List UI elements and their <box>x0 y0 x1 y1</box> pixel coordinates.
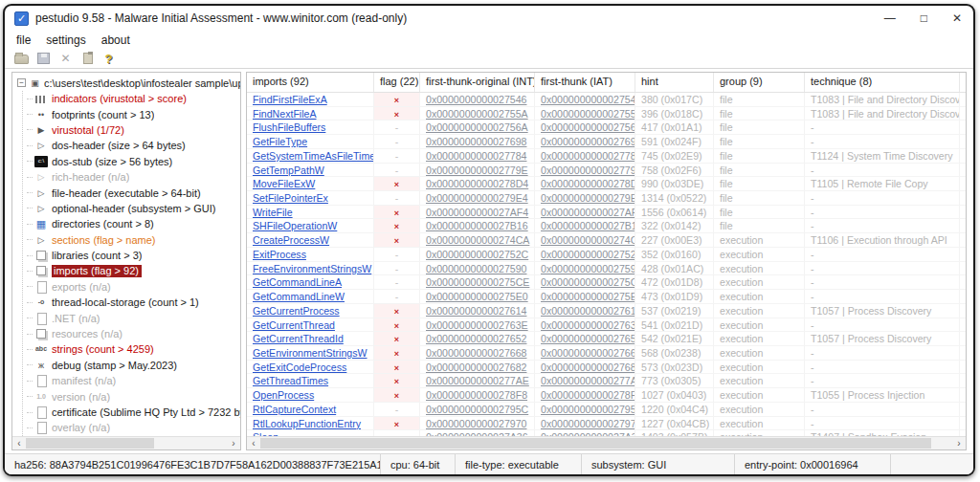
tree-item-certificate[interactable]: certificate (Sublime HQ Pty Ltd > 7232 b… <box>25 405 240 420</box>
first-thunk-cell-link[interactable]: 0x00000000000275CE <box>541 276 635 288</box>
column-header-technique-8[interactable]: technique (8) <box>805 73 960 92</box>
menu-file[interactable]: file <box>16 33 31 47</box>
import-name-link[interactable]: FlushFileBuffers <box>253 121 325 133</box>
import-name-link[interactable]: GetThreadTimes <box>253 375 328 386</box>
first-thunk-cell-link[interactable]: 0x0000000000027614 <box>541 305 635 317</box>
first-thunk-original-cell-link[interactable]: 0x0000000000027698 <box>426 136 526 147</box>
table-row[interactable]: GetCommandLineA-0x00000000000275CE0x0000… <box>247 275 966 290</box>
first-thunk-cell-link[interactable]: 0x0000000000027784 <box>541 150 635 162</box>
import-name-link[interactable]: GetFileType <box>253 136 307 147</box>
import-name-link[interactable]: ExitProcess <box>253 249 306 260</box>
first-thunk-cell-link[interactable]: 0x0000000000027652 <box>541 333 635 344</box>
table-row[interactable]: RtlCaptureContext-0x000000000002795C0x00… <box>247 403 966 417</box>
tree-item-libraries[interactable]: libraries (count > 3) <box>25 248 240 263</box>
import-name-link[interactable]: RtlLookupFunctionEntry <box>253 418 361 429</box>
column-header-group-9[interactable]: group (9) <box>714 73 805 92</box>
close-file-icon[interactable]: ✕ <box>58 53 73 65</box>
table-row[interactable]: FindNextFileA×0x000000000002755A0x000000… <box>247 107 966 121</box>
tree-item-optional-header[interactable]: ▷optional-header (subsystem > GUI) <box>25 201 240 216</box>
import-name-link[interactable]: SHFileOperationW <box>253 220 337 231</box>
first-thunk-original-cell-link[interactable]: 0x00000000000275E0 <box>426 291 528 302</box>
tree-item-net[interactable]: .NET (n/a) <box>25 310 240 325</box>
first-thunk-original-cell-link[interactable]: 0x000000000002752C <box>426 249 528 260</box>
first-thunk-original-cell-link[interactable]: 0x0000000000027614 <box>426 305 526 317</box>
first-thunk-cell-link[interactable]: 0x000000000002752C <box>541 249 635 260</box>
table-row[interactable]: GetTempPathW-0x000000000002779E0x0000000… <box>247 164 966 178</box>
tree-item-imports[interactable]: imports (flag > 92) <box>25 263 240 278</box>
first-thunk-original-cell-link[interactable]: 0x0000000000027682 <box>426 362 526 373</box>
table-row[interactable]: FlushFileBuffers-0x000000000002756A0x000… <box>247 120 966 135</box>
import-name-link[interactable]: GetCurrentThreadId <box>253 333 344 344</box>
maximize-button[interactable]: □ <box>921 11 927 25</box>
column-header-imports-92[interactable]: imports (92) <box>247 73 374 92</box>
table-row[interactable]: MoveFileExW×0x00000000000278D40x00000000… <box>247 177 966 191</box>
table-row[interactable]: GetCurrentThread×0x000000000002763E0x000… <box>247 318 966 333</box>
first-thunk-original-cell-link[interactable]: 0x00000000000275CE <box>426 276 529 288</box>
scroll-left-icon[interactable]: ‹ <box>247 437 260 449</box>
first-thunk-cell-link[interactable]: 0x0000000000027698 <box>541 136 635 147</box>
import-name-link[interactable]: GetExitCodeProcess <box>253 362 346 373</box>
first-thunk-original-cell-link[interactable]: 0x0000000000027AF4 <box>426 207 528 218</box>
first-thunk-original-cell-link[interactable]: 0x0000000000027970 <box>426 418 526 429</box>
table-horizontal-scrollbar[interactable]: ‹ › <box>247 436 966 449</box>
minimize-button[interactable]: — <box>884 11 896 25</box>
table-row[interactable]: GetThreadTimes×0x00000000000277AE0x00000… <box>247 374 966 388</box>
collapse-expander-icon[interactable]: − <box>17 78 26 87</box>
scroll-right-icon[interactable]: › <box>952 437 966 449</box>
first-thunk-original-cell-link[interactable]: 0x0000000000027652 <box>426 333 526 344</box>
import-name-link[interactable]: MoveFileExW <box>253 178 315 189</box>
table-row[interactable]: FindFirstFileExA×0x00000000000275460x000… <box>247 93 966 107</box>
tree-item-strings[interactable]: abcstrings (count > 4259) <box>25 341 240 357</box>
import-name-link[interactable]: FindNextFileA <box>253 108 317 120</box>
column-header-typ[interactable]: typ <box>960 73 967 92</box>
import-name-link[interactable]: RtlCaptureContext <box>253 404 336 415</box>
first-thunk-original-cell-link[interactable]: 0x0000000000027668 <box>426 347 526 359</box>
import-name-link[interactable]: FindFirstFileExA <box>253 94 327 105</box>
first-thunk-original-cell-link[interactable]: 0x0000000000027784 <box>426 150 526 162</box>
import-name-link[interactable]: FreeEnvironmentStringsW <box>253 263 371 274</box>
tree-item-sections[interactable]: ▷sections (flag > name) <box>25 232 240 248</box>
first-thunk-cell-link[interactable]: 0x00000000000278F8 <box>541 389 635 401</box>
table-row[interactable]: ExitProcess-0x000000000002752C0x00000000… <box>247 248 966 262</box>
import-name-link[interactable]: WriteFile <box>253 207 293 218</box>
table-row[interactable]: SHFileOperationW×0x0000000000027B160x000… <box>247 219 966 233</box>
first-thunk-cell-link[interactable]: 0x00000000000277AE <box>541 375 635 386</box>
import-name-link[interactable]: CreateProcessW <box>253 234 329 246</box>
first-thunk-cell-link[interactable]: 0x0000000000027546 <box>541 94 635 105</box>
scroll-right-icon[interactable]: › <box>227 437 240 449</box>
import-name-link[interactable]: GetTempPathW <box>253 164 324 176</box>
tree-item-directories[interactable]: ▦directories (count > 8) <box>25 216 240 231</box>
tree-item-file-header[interactable]: ▷file-header (executable > 64-bit) <box>25 185 240 200</box>
first-thunk-cell-link[interactable]: 0x0000000000027590 <box>541 263 635 274</box>
first-thunk-cell-link[interactable]: 0x00000000000278D4 <box>541 178 635 189</box>
first-thunk-original-cell-link[interactable]: 0x0000000000027546 <box>426 94 526 105</box>
menu-settings[interactable]: settings <box>46 33 85 47</box>
table-row[interactable]: GetExitCodeProcess×0x00000000000276820x0… <box>247 361 966 375</box>
table-row[interactable]: SetFilePointerEx-0x00000000000279E40x000… <box>247 191 966 206</box>
first-thunk-cell-link[interactable]: 0x00000000000279E4 <box>541 192 635 204</box>
first-thunk-original-cell-link[interactable]: 0x000000000002795C <box>426 404 528 415</box>
first-thunk-cell-link[interactable]: 0x0000000000027668 <box>541 347 635 359</box>
table-row[interactable]: OpenProcess×0x00000000000278F80x00000000… <box>247 388 966 403</box>
tree-item-indicators[interactable]: indicators (virustotal > score) <box>25 91 240 106</box>
tree-item-dos-stub[interactable]: c:\dos-stub (size > 56 bytes) <box>25 154 240 169</box>
import-name-link[interactable]: GetCommandLineA <box>253 276 342 288</box>
table-row[interactable]: FreeEnvironmentStringsW-0x00000000000275… <box>247 262 966 276</box>
tree-root-item[interactable]: − ▣ c:\users\test\desktop\infostealer sa… <box>16 75 240 91</box>
copy-icon[interactable] <box>83 53 93 64</box>
table-scroll-thumb[interactable] <box>260 438 931 449</box>
open-file-icon[interactable] <box>14 55 29 64</box>
tree-item-version[interactable]: 1.0version (n/a) <box>25 388 240 404</box>
help-icon[interactable]: ? <box>101 53 116 65</box>
table-row[interactable]: WriteFile×0x0000000000027AF40x0000000000… <box>247 206 966 220</box>
tree-item-virustotal[interactable]: ▶virustotal (1/72) <box>25 122 240 138</box>
menu-about[interactable]: about <box>101 33 130 47</box>
tree-item-exports[interactable]: exports (n/a) <box>25 279 240 295</box>
first-thunk-cell-link[interactable]: 0x000000000002755A <box>541 108 635 120</box>
import-name-link[interactable]: OpenProcess <box>253 389 314 401</box>
import-name-link[interactable]: GetCurrentProcess <box>253 305 340 317</box>
first-thunk-original-cell-link[interactable]: 0x000000000002755A <box>426 108 528 120</box>
table-row[interactable]: GetFileType-0x00000000000276980x00000000… <box>247 135 966 149</box>
first-thunk-cell-link[interactable]: 0x0000000000027B16 <box>541 220 635 231</box>
table-row[interactable]: GetCurrentThreadId×0x00000000000276520x0… <box>247 332 966 346</box>
